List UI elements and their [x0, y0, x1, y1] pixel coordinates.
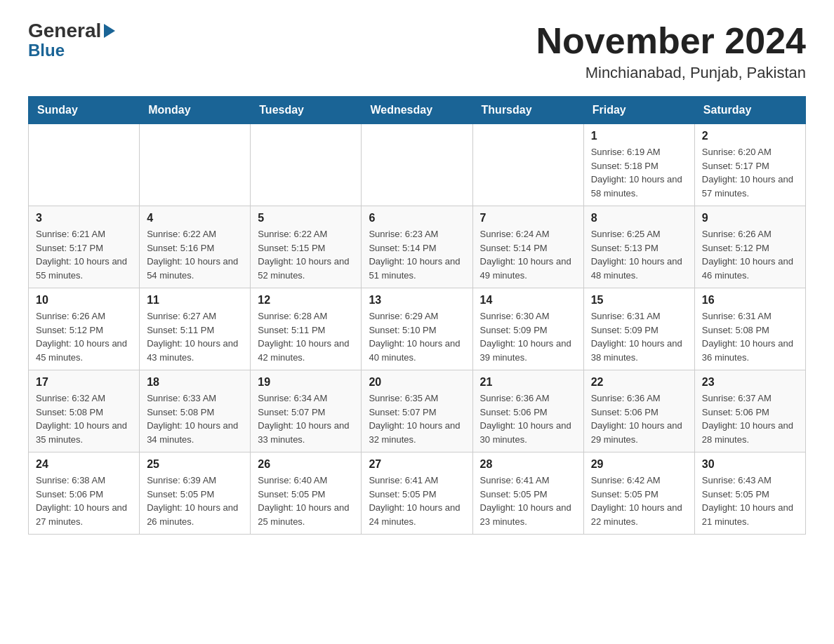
day-number: 30 — [702, 458, 798, 471]
location-subtitle: Minchianabad, Punjab, Pakistan — [536, 64, 806, 82]
day-number: 26 — [258, 458, 354, 471]
day-number: 9 — [702, 212, 798, 224]
day-info: Sunrise: 6:31 AMSunset: 5:08 PMDaylight:… — [702, 309, 798, 364]
calendar-day-header: Tuesday — [251, 97, 362, 124]
day-info: Sunrise: 6:32 AMSunset: 5:08 PMDaylight:… — [36, 391, 132, 446]
day-number: 15 — [591, 294, 687, 307]
day-number: 12 — [258, 294, 354, 307]
day-info: Sunrise: 6:26 AMSunset: 5:12 PMDaylight:… — [702, 227, 798, 282]
calendar-cell: 4Sunrise: 6:22 AMSunset: 5:16 PMDaylight… — [140, 206, 251, 288]
day-number: 3 — [36, 212, 132, 224]
day-number: 22 — [591, 376, 687, 389]
calendar-day-header: Monday — [140, 97, 251, 124]
day-number: 27 — [369, 458, 465, 471]
calendar-cell: 3Sunrise: 6:21 AMSunset: 5:17 PMDaylight… — [29, 206, 140, 288]
day-number: 21 — [480, 376, 576, 389]
day-info: Sunrise: 6:40 AMSunset: 5:05 PMDaylight:… — [258, 474, 354, 528]
day-number: 8 — [591, 212, 687, 224]
day-info: Sunrise: 6:35 AMSunset: 5:07 PMDaylight:… — [369, 391, 465, 446]
day-info: Sunrise: 6:41 AMSunset: 5:05 PMDaylight:… — [480, 474, 576, 528]
calendar-cell: 2Sunrise: 6:20 AMSunset: 5:17 PMDaylight… — [694, 124, 805, 206]
day-info: Sunrise: 6:28 AMSunset: 5:11 PMDaylight:… — [258, 309, 354, 364]
day-info: Sunrise: 6:27 AMSunset: 5:11 PMDaylight:… — [147, 309, 243, 364]
day-number: 1 — [591, 130, 687, 142]
calendar-cell: 10Sunrise: 6:26 AMSunset: 5:12 PMDayligh… — [29, 288, 140, 370]
day-info: Sunrise: 6:34 AMSunset: 5:07 PMDaylight:… — [258, 391, 354, 446]
day-info: Sunrise: 6:22 AMSunset: 5:16 PMDaylight:… — [147, 227, 243, 282]
day-number: 20 — [369, 376, 465, 389]
day-number: 16 — [702, 294, 798, 307]
day-info: Sunrise: 6:29 AMSunset: 5:10 PMDaylight:… — [369, 309, 465, 364]
calendar-day-header: Wednesday — [362, 97, 472, 124]
day-number: 13 — [369, 294, 465, 307]
calendar-cell: 30Sunrise: 6:43 AMSunset: 5:05 PMDayligh… — [694, 452, 805, 535]
day-number: 2 — [702, 130, 798, 142]
day-info: Sunrise: 6:41 AMSunset: 5:05 PMDaylight:… — [369, 474, 465, 528]
calendar-cell: 22Sunrise: 6:36 AMSunset: 5:06 PMDayligh… — [583, 370, 694, 452]
day-info: Sunrise: 6:33 AMSunset: 5:08 PMDaylight:… — [147, 391, 243, 446]
day-number: 10 — [36, 294, 132, 307]
calendar-cell: 14Sunrise: 6:30 AMSunset: 5:09 PMDayligh… — [472, 288, 583, 370]
day-info: Sunrise: 6:23 AMSunset: 5:14 PMDaylight:… — [369, 227, 465, 282]
calendar-cell: 8Sunrise: 6:25 AMSunset: 5:13 PMDaylight… — [583, 206, 694, 288]
calendar-cell: 19Sunrise: 6:34 AMSunset: 5:07 PMDayligh… — [251, 370, 362, 452]
calendar-cell: 11Sunrise: 6:27 AMSunset: 5:11 PMDayligh… — [140, 288, 251, 370]
calendar-week-row: 1Sunrise: 6:19 AMSunset: 5:18 PMDaylight… — [29, 124, 806, 206]
calendar-week-row: 10Sunrise: 6:26 AMSunset: 5:12 PMDayligh… — [29, 288, 806, 370]
month-title: November 2024 — [536, 21, 806, 61]
calendar-day-header: Friday — [583, 97, 694, 124]
day-info: Sunrise: 6:25 AMSunset: 5:13 PMDaylight:… — [591, 227, 687, 282]
day-number: 11 — [147, 294, 243, 307]
logo-general-text: General — [28, 21, 101, 41]
day-info: Sunrise: 6:21 AMSunset: 5:17 PMDaylight:… — [36, 227, 132, 282]
day-number: 4 — [147, 212, 243, 224]
calendar-cell: 21Sunrise: 6:36 AMSunset: 5:06 PMDayligh… — [472, 370, 583, 452]
calendar-week-row: 3Sunrise: 6:21 AMSunset: 5:17 PMDaylight… — [29, 206, 806, 288]
calendar-cell: 23Sunrise: 6:37 AMSunset: 5:06 PMDayligh… — [694, 370, 805, 452]
calendar-cell — [29, 124, 140, 206]
calendar-header-row: SundayMondayTuesdayWednesdayThursdayFrid… — [29, 97, 806, 124]
day-info: Sunrise: 6:30 AMSunset: 5:09 PMDaylight:… — [480, 309, 576, 364]
day-number: 6 — [369, 212, 465, 224]
day-number: 25 — [147, 458, 243, 471]
calendar-cell: 15Sunrise: 6:31 AMSunset: 5:09 PMDayligh… — [583, 288, 694, 370]
calendar-week-row: 17Sunrise: 6:32 AMSunset: 5:08 PMDayligh… — [29, 370, 806, 452]
calendar-cell: 28Sunrise: 6:41 AMSunset: 5:05 PMDayligh… — [472, 452, 583, 535]
calendar-cell: 6Sunrise: 6:23 AMSunset: 5:14 PMDaylight… — [362, 206, 472, 288]
day-number: 23 — [702, 376, 798, 389]
day-info: Sunrise: 6:26 AMSunset: 5:12 PMDaylight:… — [36, 309, 132, 364]
day-info: Sunrise: 6:20 AMSunset: 5:17 PMDaylight:… — [702, 145, 798, 200]
day-info: Sunrise: 6:36 AMSunset: 5:06 PMDaylight:… — [591, 391, 687, 446]
day-number: 5 — [258, 212, 354, 224]
calendar-cell: 16Sunrise: 6:31 AMSunset: 5:08 PMDayligh… — [694, 288, 805, 370]
logo: General Blue — [28, 21, 115, 60]
day-info: Sunrise: 6:19 AMSunset: 5:18 PMDaylight:… — [591, 145, 687, 200]
calendar-cell: 13Sunrise: 6:29 AMSunset: 5:10 PMDayligh… — [362, 288, 472, 370]
calendar-day-header: Sunday — [29, 97, 140, 124]
day-info: Sunrise: 6:36 AMSunset: 5:06 PMDaylight:… — [480, 391, 576, 446]
calendar-cell: 5Sunrise: 6:22 AMSunset: 5:15 PMDaylight… — [251, 206, 362, 288]
day-info: Sunrise: 6:43 AMSunset: 5:05 PMDaylight:… — [702, 474, 798, 528]
calendar-cell: 18Sunrise: 6:33 AMSunset: 5:08 PMDayligh… — [140, 370, 251, 452]
day-info: Sunrise: 6:31 AMSunset: 5:09 PMDaylight:… — [591, 309, 687, 364]
day-info: Sunrise: 6:22 AMSunset: 5:15 PMDaylight:… — [258, 227, 354, 282]
calendar-cell: 27Sunrise: 6:41 AMSunset: 5:05 PMDayligh… — [362, 452, 472, 535]
calendar-table: SundayMondayTuesdayWednesdayThursdayFrid… — [28, 96, 806, 535]
day-info: Sunrise: 6:37 AMSunset: 5:06 PMDaylight:… — [702, 391, 798, 446]
calendar-cell — [140, 124, 251, 206]
day-number: 7 — [480, 212, 576, 224]
calendar-week-row: 24Sunrise: 6:38 AMSunset: 5:06 PMDayligh… — [29, 452, 806, 535]
calendar-day-header: Thursday — [472, 97, 583, 124]
calendar-cell: 29Sunrise: 6:42 AMSunset: 5:05 PMDayligh… — [583, 452, 694, 535]
day-number: 24 — [36, 458, 132, 471]
logo-arrow-icon — [104, 24, 115, 38]
page-header: General Blue November 2024 Minchianabad,… — [28, 21, 806, 82]
calendar-cell: 20Sunrise: 6:35 AMSunset: 5:07 PMDayligh… — [362, 370, 472, 452]
day-number: 19 — [258, 376, 354, 389]
day-number: 14 — [480, 294, 576, 307]
logo-blue-text: Blue — [28, 41, 65, 60]
day-info: Sunrise: 6:24 AMSunset: 5:14 PMDaylight:… — [480, 227, 576, 282]
day-number: 29 — [591, 458, 687, 471]
calendar-cell: 25Sunrise: 6:39 AMSunset: 5:05 PMDayligh… — [140, 452, 251, 535]
calendar-cell: 12Sunrise: 6:28 AMSunset: 5:11 PMDayligh… — [251, 288, 362, 370]
